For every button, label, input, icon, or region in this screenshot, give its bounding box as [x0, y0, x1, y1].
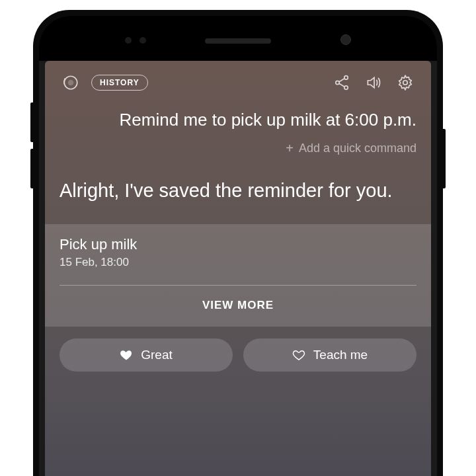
volume-icon[interactable]: [362, 71, 385, 94]
top-bar: HISTORY: [60, 69, 416, 97]
svg-point-2: [344, 76, 348, 79]
user-utterance: Remind me to pick up milk at 6:00 p.m.: [79, 108, 416, 132]
heart-filled-icon: [120, 348, 133, 362]
svg-point-4: [344, 86, 348, 89]
heart-outline-icon: [292, 348, 305, 362]
great-chip-label: Great: [141, 348, 173, 362]
volume-down-button: [30, 149, 33, 188]
share-icon[interactable]: [331, 71, 353, 94]
svg-line-6: [339, 83, 344, 87]
reminder-title: Pick up milk: [60, 236, 416, 253]
front-camera: [340, 34, 351, 45]
phone-frame: HISTORY Remind me to pick up milk at 6:0…: [33, 10, 443, 476]
plus-icon: +: [286, 141, 294, 156]
view-more-button[interactable]: VIEW MORE: [60, 286, 416, 327]
add-quick-command-button[interactable]: + Add a quick command: [286, 141, 416, 156]
user-utterance-block: Remind me to pick up milk at 6:00 p.m. +…: [60, 108, 416, 156]
reminder-datetime: 15 Feb, 18:00: [60, 256, 416, 269]
svg-point-3: [336, 81, 339, 84]
great-chip[interactable]: Great: [60, 338, 233, 372]
svg-point-1: [68, 80, 74, 86]
settings-icon[interactable]: [394, 71, 416, 94]
phone-inner: HISTORY Remind me to pick up milk at 6:0…: [39, 16, 437, 476]
svg-line-5: [339, 79, 344, 82]
assistant-reply: Alright, I've saved the reminder for you…: [60, 176, 416, 206]
teach-me-chip[interactable]: Teach me: [243, 338, 416, 372]
history-button[interactable]: HISTORY: [91, 75, 148, 91]
reminder-card[interactable]: Pick up milk 15 Feb, 18:00 VIEW MORE: [45, 224, 431, 327]
volume-up-button: [30, 102, 33, 142]
svg-point-7: [403, 81, 408, 85]
add-quick-command-label: Add a quick command: [299, 141, 416, 155]
bixby-icon[interactable]: [60, 71, 82, 94]
sensor-cluster: [125, 37, 146, 44]
earpiece-speaker: [205, 38, 271, 44]
power-button: [443, 129, 446, 188]
feedback-chip-row: Great Teach me: [60, 338, 416, 372]
phone-top-bezel: [39, 16, 437, 61]
teach-me-chip-label: Teach me: [313, 348, 368, 362]
app-screen: HISTORY Remind me to pick up milk at 6:0…: [45, 61, 431, 476]
